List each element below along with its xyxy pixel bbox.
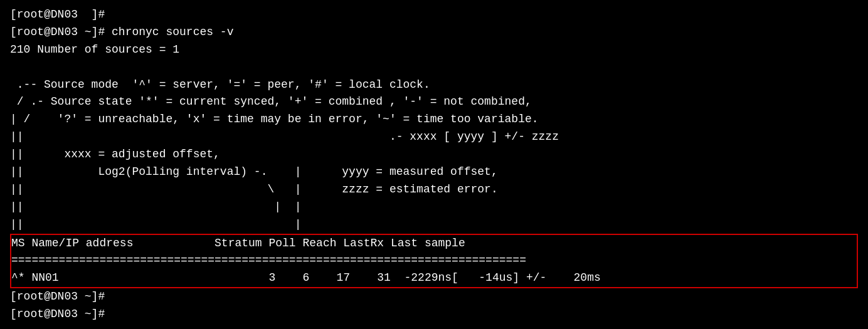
- line-0: [root@DN03 ]#: [10, 6, 858, 24]
- line-7: || .- xxxx [ yyyy ] +/- zzzz: [10, 128, 858, 146]
- table-data-row: ^* NN01 3 6 17 31 -2229ns[ -14us] +/- 20…: [11, 269, 857, 287]
- line-3: [10, 59, 858, 76]
- terminal-window: [root@DN03 ]# [root@DN03 ~]# chronyc sou…: [0, 0, 868, 329]
- footer-line-1: [root@DN03 ~]#: [10, 306, 858, 323]
- line-9: || Log2(Polling interval) -. | yyyy = me…: [10, 164, 858, 181]
- line-4: .-- Source mode '^' = server, '=' = peer…: [10, 76, 858, 94]
- line-8: || xxxx = adjusted offset,: [10, 146, 858, 164]
- line-10: || \ | zzzz = estimated error.: [10, 181, 858, 199]
- line-12: || |: [10, 216, 858, 234]
- line-2: 210 Number of sources = 1: [10, 41, 858, 59]
- line-1: [root@DN03 ~]# chronyc sources -v: [10, 24, 858, 41]
- line-6: | / '?' = unreachable, 'x' = time may be…: [10, 111, 858, 128]
- line-5: / .- Source state '*' = current synced, …: [10, 93, 858, 111]
- footer-line-0: [root@DN03 ~]#: [10, 288, 858, 306]
- table-separator: ========================================…: [11, 252, 857, 269]
- highlighted-table: MS Name/IP address Stratum Poll Reach La…: [10, 234, 858, 289]
- table-header: MS Name/IP address Stratum Poll Reach La…: [11, 235, 857, 253]
- line-11: || | |: [10, 199, 858, 216]
- footer: [root@DN03 ~]# [root@DN03 ~]#: [10, 288, 858, 323]
